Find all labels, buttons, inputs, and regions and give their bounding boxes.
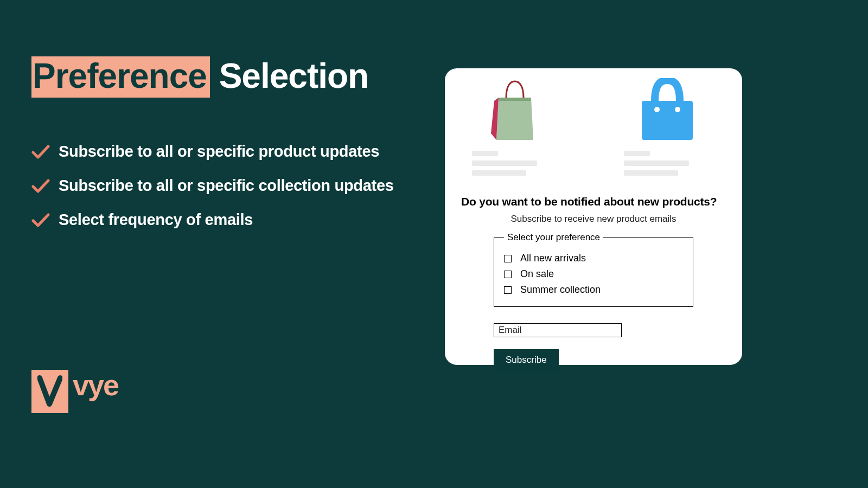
check-icon — [31, 178, 50, 194]
skeleton-line — [472, 170, 526, 176]
logo-badge — [31, 370, 68, 413]
card-heading: Do you want to be notified about new pro… — [461, 195, 726, 208]
checkbox-row[interactable]: All new arrivals — [504, 253, 683, 264]
feature-text: Subscribe to all or specific collection … — [59, 177, 394, 195]
title-rest: Selection — [219, 56, 369, 95]
checkbox-label: All new arrivals — [520, 253, 586, 264]
check-icon — [31, 144, 50, 159]
feature-text: Subscribe to all or specific product upd… — [59, 143, 379, 160]
email-field[interactable]: Email — [494, 323, 622, 337]
subscribe-card: Do you want to be notified about new pro… — [445, 68, 742, 365]
shopping-bag-icon — [637, 78, 697, 141]
subscribe-button[interactable]: Subscribe — [494, 349, 559, 371]
svg-point-5 — [675, 107, 680, 112]
checkbox-all-arrivals[interactable] — [504, 255, 512, 262]
skeleton-line — [624, 170, 678, 176]
svg-marker-0 — [496, 98, 533, 140]
feature-item: Select frequency of emails — [31, 211, 433, 229]
fieldset-legend: Select your preference — [504, 232, 603, 243]
skeleton-line — [624, 151, 650, 156]
checkbox-label: Summer collection — [520, 284, 601, 296]
feature-list: Subscribe to all or specific product upd… — [31, 143, 433, 229]
preference-fieldset: Select your preference All new arrivals … — [494, 232, 693, 307]
svg-point-4 — [654, 107, 660, 112]
product-item — [472, 76, 559, 176]
skeleton-line — [472, 160, 537, 166]
checkbox-label: On sale — [520, 268, 554, 280]
product-row — [461, 76, 726, 176]
page-title: Preference Selection — [31, 57, 433, 95]
svg-rect-3 — [642, 101, 693, 140]
checkbox-summer-collection[interactable] — [504, 286, 512, 294]
left-panel: Preference Selection Subscribe to all or… — [31, 57, 433, 245]
card-subheading: Subscribe to receive new product emails — [461, 214, 726, 224]
logo-text: vye — [73, 370, 118, 400]
feature-item: Subscribe to all or specific collection … — [31, 177, 433, 195]
check-icon — [31, 213, 50, 228]
checkbox-on-sale[interactable] — [504, 271, 512, 278]
feature-item: Subscribe to all or specific product upd… — [31, 143, 433, 160]
skeleton-line — [624, 160, 689, 166]
checkbox-row[interactable]: On sale — [504, 268, 683, 280]
skeleton-line — [472, 151, 498, 156]
email-placeholder: Email — [499, 325, 522, 336]
feature-text: Select frequency of emails — [59, 211, 253, 229]
product-item — [624, 76, 711, 176]
logo-v-icon — [37, 375, 62, 408]
shopping-bag-icon — [491, 79, 540, 141]
title-highlight: Preference — [31, 56, 210, 98]
checkbox-row[interactable]: Summer collection — [504, 284, 683, 296]
svg-marker-2 — [499, 98, 531, 101]
brand-logo: vye — [31, 370, 118, 413]
